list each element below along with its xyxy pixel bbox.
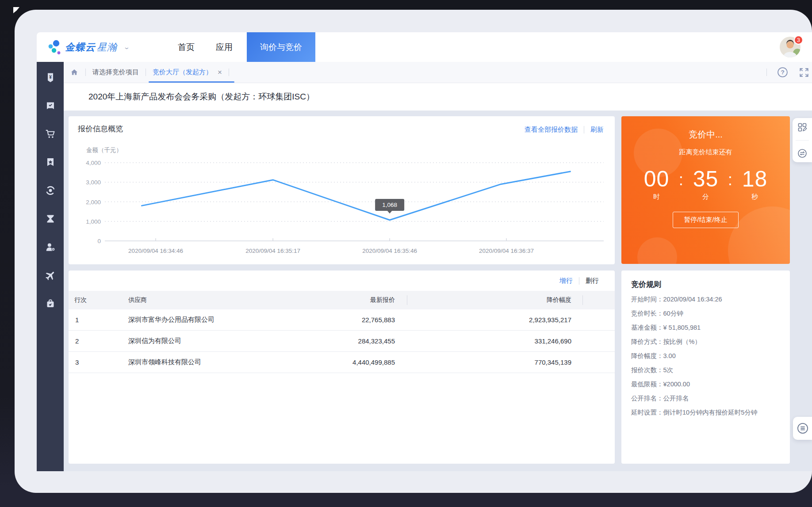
divider	[796, 140, 809, 141]
layout-edit-button[interactable]	[797, 122, 808, 133]
close-icon[interactable]: ×	[218, 69, 222, 76]
cart-icon	[45, 128, 56, 140]
divider	[146, 69, 146, 76]
chevron-down-icon[interactable]: ⌄	[123, 44, 130, 50]
layout-edit-icon	[797, 122, 808, 133]
supplier-table-card: 增行 删行 行次 供应商 最新报价 降价幅度 1 深圳市富华办公用品有限公司 2…	[69, 271, 615, 464]
price-tag-icon: ¥	[45, 72, 56, 83]
rule-item: 公开排名：公开排名	[631, 394, 780, 403]
travel-case-icon	[45, 298, 56, 309]
rule-item: 竞价时长：60分钟	[631, 309, 780, 318]
cell-supplier: 深圳市领峰科技有限公司	[123, 358, 275, 366]
svg-text:4,000: 4,000	[86, 160, 101, 166]
brand-logo[interactable]: 金蝶云星瀚 ⌄	[37, 40, 129, 55]
page-title-strip: 2020年上海新产品发布会会务采购（发起方：环球集团ISC）	[64, 83, 812, 111]
hourglass-icon	[45, 213, 56, 224]
rule-item: 报价次数：5次	[631, 366, 780, 374]
nav-item-home[interactable]: 首页	[167, 32, 205, 62]
plane-icon	[45, 270, 56, 281]
sidebar-item-user-settings[interactable]	[45, 241, 56, 253]
rule-item: 开始时间：2020/09/04 16:34:26	[631, 295, 780, 304]
breadcrumb-item-select-project[interactable]: 请选择竞价项目	[92, 68, 139, 76]
floating-tools	[793, 118, 812, 162]
cell-row-no: 3	[69, 358, 123, 366]
countdown-panel: 竞价中... 距离竞价结束还有 00 : 35 : 18 时 分 秒 暂停/结束…	[621, 116, 790, 264]
cell-supplier: 深圳信为有限公司	[123, 337, 275, 345]
breadcrumb-tab-bidding-hall[interactable]: 竞价大厅（发起方） ×	[153, 62, 222, 83]
unit-minute: 分	[689, 193, 723, 201]
target-icon	[45, 185, 56, 196]
sidebar-item-pricing[interactable]: ¥	[45, 72, 56, 83]
svg-text:2020/09/04 16:35:17: 2020/09/04 16:35:17	[245, 248, 300, 254]
cell-latest-quote: 22,765,883	[275, 316, 407, 324]
sidebar-item-travel[interactable]	[45, 270, 56, 281]
fullscreen-icon[interactable]	[798, 67, 810, 78]
notification-badge: 3	[794, 35, 803, 45]
decorative-circle	[637, 237, 677, 264]
logo-primary: 金蝶云	[65, 42, 96, 53]
svg-text:金额（千元）: 金额（千元）	[86, 147, 122, 153]
bookmark-star-icon	[45, 157, 56, 168]
chart-tooltip: 1,068	[375, 199, 404, 211]
active-tab-underline	[149, 81, 234, 83]
swap-icon	[797, 148, 808, 159]
add-row-link[interactable]: 增行	[559, 277, 573, 285]
breadcrumb-tab-label[interactable]: 竞价大厅（发起方）	[153, 68, 212, 76]
countdown-units: 时 分 秒	[640, 193, 772, 201]
logo-text: 金蝶云星瀚	[65, 41, 117, 54]
table-header-row: 行次 供应商 最新报价 降价幅度	[69, 291, 615, 309]
svg-text:2020/09/04 16:36:37: 2020/09/04 16:36:37	[479, 248, 534, 254]
sidebar-item-favorites[interactable]	[45, 156, 56, 168]
table-actions: 增行 删行	[69, 271, 615, 291]
svg-text:¥: ¥	[49, 75, 52, 80]
divider	[766, 69, 767, 76]
svg-text:0: 0	[97, 238, 101, 244]
delete-row-link[interactable]: 删行	[586, 277, 599, 285]
sidebar-item-target[interactable]	[45, 185, 56, 196]
unit-second: 秒	[738, 193, 772, 201]
cell-supplier: 深圳市富华办公用品有限公司	[123, 316, 275, 324]
countdown-hours: 00	[640, 166, 674, 192]
sidebar-item-pending[interactable]	[45, 213, 56, 225]
rule-item: 基准金额：¥ 51,805,981	[631, 324, 780, 332]
table-row[interactable]: 1 深圳市富华办公用品有限公司 22,765,883 2,923,935,217	[69, 309, 615, 331]
nav-item-inquiry-bidding[interactable]: 询价与竞价	[247, 32, 315, 62]
table-row[interactable]: 2 深圳信为有限公司 284,323,455 331,246,690	[69, 331, 615, 352]
page-title: 2020年上海新产品发布会会务采购（发起方：环球集团ISC）	[88, 91, 314, 103]
rule-item: 降价方式：按比例（%）	[631, 338, 780, 346]
nav-item-apps[interactable]: 应用	[205, 32, 243, 62]
menu-circle-button[interactable]	[797, 422, 809, 435]
question-circle-icon[interactable]: ?	[777, 66, 789, 78]
logo-dots-icon	[48, 40, 61, 55]
rule-item: 降价幅度：3.00	[631, 352, 780, 360]
sidebar-item-orders[interactable]	[45, 100, 56, 111]
sidebar-item-cart[interactable]	[45, 128, 56, 140]
swap-button[interactable]	[797, 148, 808, 159]
quote-line-chart: 金额（千元）01,0002,0003,0004,0002020/09/04 16…	[69, 116, 615, 264]
cell-latest-quote: 4,440,499,885	[275, 358, 407, 366]
sidebar-item-travel-case[interactable]	[45, 298, 56, 309]
countdown-seconds: 18	[738, 166, 772, 192]
cell-price-cut: 2,923,935,217	[407, 316, 583, 324]
countdown-subtitle: 距离竞价结束还有	[621, 148, 790, 156]
breadcrumb: 请选择竞价项目 竞价大厅（发起方） × ?	[64, 62, 812, 83]
cell-price-cut: 770,345,139	[407, 358, 583, 366]
menu-circle-icon	[797, 422, 809, 435]
screenshot-stage: 金蝶云星瀚 ⌄ 首页 应用 询价与竞价 3	[0, 0, 812, 507]
user-avatar[interactable]: 3	[780, 37, 801, 57]
svg-text:?: ?	[781, 69, 784, 76]
left-sidebar: ¥	[37, 62, 64, 471]
rule-item: 延时设置：倒计时10分钟内有报价延时5分钟	[631, 408, 780, 417]
col-header-spacer	[583, 291, 615, 309]
cell-row-no: 1	[69, 316, 123, 324]
countdown-minutes: 35	[689, 166, 723, 192]
svg-text:2,000: 2,000	[86, 199, 101, 206]
cell-latest-quote: 284,323,455	[275, 337, 407, 345]
pause-end-terminate-button[interactable]: 暂停/结束/终止	[673, 212, 738, 228]
rules-title: 竞价规则	[631, 279, 780, 290]
main-nav: 首页 应用 询价与竞价	[167, 32, 315, 62]
logo-secondary: 星瀚	[97, 42, 117, 53]
table-row[interactable]: 3 深圳市领峰科技有限公司 4,440,499,885 770,345,139	[69, 352, 615, 373]
cell-price-cut: 331,246,690	[407, 337, 583, 345]
home-icon[interactable]	[70, 68, 79, 77]
